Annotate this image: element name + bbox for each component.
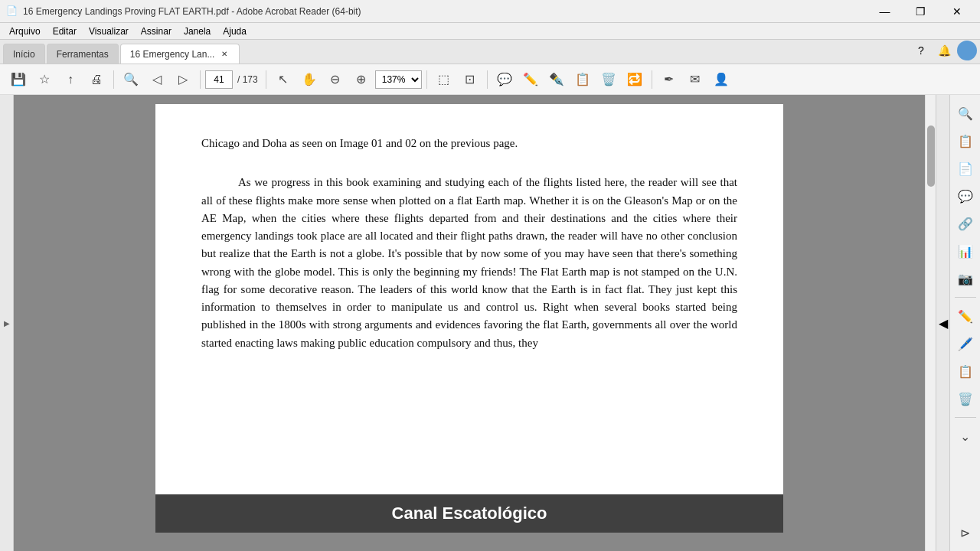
main-layout: ▶ Chicago and Doha as seen on Image 01 a… [0, 95, 980, 551]
rs-attachments[interactable]: 📄 [953, 156, 978, 181]
titlebar: 📄 16 Emergency Landings Proving FLAT EAR… [0, 0, 980, 23]
tab-inicio-label: Início [13, 49, 35, 60]
watermark-text: Canal Escatológico [392, 504, 547, 523]
rs-image[interactable]: 📷 [953, 266, 978, 291]
right-sidebar: 🔍 📋 📄 💬 🔗 📊 📷 ✏️ 🖊️ 📋 🗑️ ⌄ ⊳ [949, 95, 980, 551]
window-controls: — ❐ ✕ [867, 0, 974, 23]
help-button[interactable]: ? [911, 41, 931, 60]
scrollbar-thumb[interactable] [927, 126, 935, 187]
menu-visualizar[interactable]: Visualizar [83, 24, 135, 38]
scrollbar[interactable] [925, 95, 936, 551]
tab-document[interactable]: 16 Emergency Lan... ✕ [120, 44, 240, 64]
tab-close-button[interactable]: ✕ [219, 49, 230, 60]
rs-trash[interactable]: 🗑️ [953, 386, 978, 411]
tab-inicio[interactable]: Início [3, 44, 45, 64]
separator-4 [426, 70, 427, 89]
rs-separator-2 [955, 417, 976, 418]
left-panel-toggle[interactable]: ▶ [0, 95, 14, 551]
pdf-viewport: Chicago and Doha as seen on Image 01 and… [14, 95, 925, 551]
pdf-content: Chicago and Doha as seen on Image 01 and… [201, 135, 737, 352]
watermark: Canal Escatológico [155, 494, 783, 533]
tab-ferramentas-label: Ferramentas [57, 49, 109, 60]
email-button[interactable]: ✉ [683, 67, 707, 92]
rs-separator-1 [955, 297, 976, 298]
rs-table[interactable]: 📊 [953, 239, 978, 263]
hand-tool[interactable]: ✋ [297, 67, 322, 92]
delete-button[interactable]: 🗑️ [596, 67, 621, 92]
menu-janela[interactable]: Janela [178, 24, 217, 38]
user-button[interactable]: 👤 [709, 67, 733, 92]
rs-links[interactable]: 🔗 [953, 211, 978, 236]
minimize-button[interactable]: — [867, 0, 902, 23]
tab-ferramentas[interactable]: Ferramentas [47, 44, 119, 64]
rs-comments[interactable]: 💬 [953, 184, 978, 208]
menu-ajuda[interactable]: Ajuda [217, 24, 253, 38]
comment-button[interactable]: 💬 [492, 67, 517, 92]
menu-arquivo[interactable]: Arquivo [3, 24, 47, 38]
zoom-out-button[interactable]: 🔍 [119, 67, 143, 92]
next-page-button[interactable]: ▷ [171, 67, 195, 92]
tabbar-actions: ? 🔔 [911, 41, 977, 64]
pdf-page: Chicago and Doha as seen on Image 01 and… [155, 104, 783, 533]
app-icon: 📄 [6, 5, 18, 18]
user-avatar[interactable] [957, 41, 977, 60]
rs-layers[interactable]: 📋 [953, 129, 978, 153]
rs-expand[interactable]: ⊳ [953, 520, 978, 545]
sign-button[interactable]: ✒ [657, 67, 681, 92]
restore-button[interactable]: ❐ [903, 0, 938, 23]
right-collapse-arrow-icon: ◀ [939, 316, 948, 331]
stamp-button[interactable]: 📋 [570, 67, 595, 92]
marquee-zoom[interactable]: ⬚ [432, 67, 456, 92]
bookmark-button[interactable]: ☆ [32, 67, 57, 92]
close-button[interactable]: ✕ [939, 0, 974, 23]
rs-copy[interactable]: 📋 [953, 359, 978, 383]
print-button[interactable]: 🖨 [84, 67, 109, 92]
separator-5 [487, 70, 488, 89]
rs-edit[interactable]: ✏️ [953, 304, 978, 328]
fit-page[interactable]: ⊡ [458, 67, 482, 92]
tab-document-label: 16 Emergency Lan... [130, 49, 215, 60]
find-button[interactable]: 🔁 [622, 67, 647, 92]
rs-zoom-in[interactable]: 🔍 [953, 101, 978, 126]
top-text: Chicago and Doha as seen on Image 01 and… [201, 135, 737, 152]
page-input[interactable] [205, 70, 233, 89]
tabbar: Início Ferramentas 16 Emergency Lan... ✕… [0, 40, 980, 64]
main-paragraph: As we progress in this book examining an… [201, 174, 737, 352]
separator-3 [266, 70, 266, 89]
select-tool[interactable]: ↖ [271, 67, 296, 92]
notification-button[interactable]: 🔔 [934, 41, 954, 60]
zoom-plus[interactable]: ⊕ [349, 67, 374, 92]
highlight-button[interactable]: ✏️ [518, 67, 543, 92]
rs-pen[interactable]: 🖊️ [953, 331, 978, 356]
separator-2 [200, 70, 201, 89]
zoom-select[interactable]: 50% 75% 100% 125% 137% 150% 200% [375, 70, 422, 89]
zoom-minus[interactable]: ⊖ [323, 67, 348, 92]
rs-more[interactable]: ⌄ [953, 424, 978, 448]
toolbar: 💾 ☆ ↑ 🖨 🔍 ◁ ▷ / 173 ↖ ✋ ⊖ ⊕ 50% 75% 100%… [0, 64, 980, 95]
save-button[interactable]: 💾 [6, 67, 31, 92]
collapse-arrow-icon: ▶ [4, 319, 10, 328]
prev-page-button[interactable]: ◁ [145, 67, 169, 92]
separator-1 [113, 70, 114, 89]
right-panel-toggle[interactable]: ◀ [936, 95, 949, 551]
draw-button[interactable]: ✒️ [544, 67, 569, 92]
menu-editar[interactable]: Editar [47, 24, 83, 38]
separator-6 [652, 70, 652, 89]
menubar: Arquivo Editar Visualizar Assinar Janela… [0, 23, 980, 40]
page-total: / 173 [237, 74, 258, 85]
menu-assinar[interactable]: Assinar [135, 24, 178, 38]
window-title: 16 Emergency Landings Proving FLAT EARTH… [23, 6, 867, 17]
share-button[interactable]: ↑ [58, 67, 83, 92]
